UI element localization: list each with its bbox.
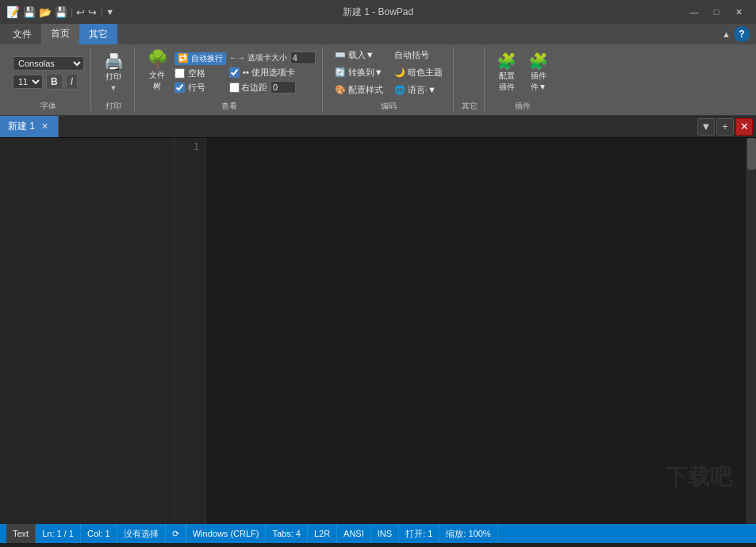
toolbar-dropdown-icon[interactable]: ▼ xyxy=(106,7,114,17)
plugin-icon: 🧩 xyxy=(528,53,548,69)
toolbar-redo-icon[interactable]: ↪ xyxy=(88,6,97,18)
font-controls: Consolas Arial Courier New 8910 111214 B… xyxy=(13,48,84,98)
ribbon-group-font: Consolas Arial Courier New 8910 111214 B… xyxy=(6,48,91,112)
rightmargin-checkbox-label[interactable]: 右边距 xyxy=(229,82,267,94)
tabs-area: 新建 1 ✕ ▼ + ✕ xyxy=(0,116,756,138)
toolbar-separator: | xyxy=(71,6,73,17)
menu-other[interactable]: 其它 xyxy=(79,24,117,44)
italic-button[interactable]: I xyxy=(66,74,78,90)
language-icon: 🌐 xyxy=(394,85,405,95)
tabs-spacer xyxy=(59,116,694,137)
filetree-button[interactable]: 🌳 文件树 xyxy=(143,48,171,98)
tab-new1[interactable]: 新建 1 ✕ xyxy=(0,116,59,137)
tab-dropdown-button[interactable]: ▼ xyxy=(697,118,715,136)
print-dropdown-icon[interactable]: ▼ xyxy=(110,84,117,92)
tab-close-button[interactable]: ✕ xyxy=(40,121,50,132)
window-title: 新建 1 - BowPad xyxy=(343,6,413,19)
maximize-button[interactable]: □ xyxy=(705,4,727,20)
view-tabsize-col: ←→ 选项卡大小 •• 使用选项卡 右边距 xyxy=(229,52,316,94)
convert-button[interactable]: 🔄 转换到▼ xyxy=(331,65,387,80)
style-button[interactable]: 🎨 配置样式 xyxy=(331,82,387,98)
line-number-1: 1 xyxy=(181,141,199,152)
editor-container: 1 下载吧 xyxy=(175,138,756,524)
ribbon-group-coding: ⌨️ 载入▼ 🔄 转换到▼ 🎨 配置样式 自动括号 🌙 暗色主 xyxy=(324,48,454,112)
coding-group-label: 编码 xyxy=(381,98,397,112)
lineno-checkbox[interactable] xyxy=(175,82,185,93)
toolbar-undo-icon[interactable]: ↩ xyxy=(76,6,85,18)
auto-bracket-button[interactable]: 自动括号 xyxy=(390,48,447,63)
tab-new-button[interactable]: + xyxy=(716,118,734,136)
toolbar-open-icon[interactable]: 📂 xyxy=(39,6,52,18)
close-button[interactable]: ✕ xyxy=(727,4,750,20)
editor-textarea[interactable] xyxy=(206,138,746,524)
app-icon: 📝 xyxy=(6,6,20,18)
other-group-label: 其它 xyxy=(462,98,478,112)
lineno-checkbox-label[interactable]: 行号 xyxy=(175,82,226,94)
plugins-group-label: 插件 xyxy=(515,98,531,112)
font-group-label: 字体 xyxy=(40,98,56,112)
toolbar-separator2: | xyxy=(100,6,102,17)
bold-button[interactable]: B xyxy=(46,74,63,90)
filetree-icon: 🌳 xyxy=(147,51,168,68)
print-icon: 🖨️ xyxy=(104,54,124,70)
scrollbar-thumb[interactable] xyxy=(747,138,756,170)
window-controls: — □ ✕ xyxy=(683,4,750,20)
print-controls: 🖨️ 打印 ▼ xyxy=(99,48,128,98)
plugin-button[interactable]: 🧩 插件件▼ xyxy=(524,52,553,94)
tabsize-input[interactable] xyxy=(290,52,316,64)
print-group-label: 打印 xyxy=(106,98,121,112)
status-text: Text xyxy=(6,524,36,543)
status-sync-icon: ⟳ xyxy=(166,524,186,543)
tab-label: 新建 1 xyxy=(8,120,35,133)
rightmargin-checkbox[interactable] xyxy=(229,82,240,93)
vertical-scrollbar[interactable] xyxy=(746,138,756,524)
tabsize-row: ←→ 选项卡大小 xyxy=(229,52,316,64)
title-bar: 📝 💾 📂 💾 | ↩ ↪ | ▼ 新建 1 - BowPad — □ ✕ xyxy=(0,0,756,24)
status-openfiles: 打开: 1 xyxy=(399,524,439,543)
toolbar-save2-icon[interactable]: 💾 xyxy=(55,6,67,18)
tab-close-all-button[interactable]: ✕ xyxy=(735,118,753,136)
plugin-controls: 🧩 配置插件 🧩 插件件▼ xyxy=(493,48,553,98)
menu-file[interactable]: 文件 xyxy=(3,24,41,44)
ribbon-group-print: 🖨️ 打印 ▼ 打印 xyxy=(93,48,135,112)
ribbon-collapse-icon[interactable]: ▲ xyxy=(722,29,731,39)
coding-controls: ⌨️ 载入▼ 🔄 转换到▼ 🎨 配置样式 自动括号 🌙 暗色主 xyxy=(331,48,447,98)
language-button[interactable]: 🌐 语言·▼ xyxy=(390,82,447,98)
config-plugin-button[interactable]: 🧩 配置插件 xyxy=(493,52,521,94)
status-encoding: Windows (CRLF) xyxy=(186,524,267,543)
ribbon-group-other: 其它 xyxy=(455,48,485,112)
editor-wrapper: 1 下载吧 xyxy=(0,138,756,524)
auto-wrap-btn[interactable]: 🔁 自动换行 xyxy=(175,52,226,65)
status-zoom: 缩放: 100% xyxy=(439,524,497,543)
status-selection: 没有选择 xyxy=(117,524,166,543)
help-button[interactable]: ? xyxy=(734,26,750,42)
tabs-right-buttons: ▼ + ✕ xyxy=(694,116,756,137)
space-checkbox[interactable] xyxy=(175,68,185,78)
rightmargin-input[interactable] xyxy=(271,81,296,94)
input-button[interactable]: ⌨️ 载入▼ xyxy=(331,48,387,63)
left-panel xyxy=(0,138,175,524)
usetab-checkbox-label[interactable]: •• 使用选项卡 xyxy=(229,67,316,78)
ribbon-group-view: 🌳 文件树 🔁 自动换行 空格 行号 xyxy=(136,48,323,112)
status-bar: Text Ln: 1 / 1 Col: 1 没有选择 ⟳ Windows (CR… xyxy=(0,524,756,543)
toolbar-save-icon[interactable]: 💾 xyxy=(23,6,36,18)
view-checkboxes-col1: 🔁 自动换行 空格 行号 xyxy=(175,52,226,94)
status-charset: ANSI xyxy=(337,524,371,543)
line-numbers: 1 xyxy=(175,138,206,524)
usetab-checkbox[interactable] xyxy=(229,67,240,78)
minimize-button[interactable]: — xyxy=(683,4,705,20)
dark-theme-icon: 🌙 xyxy=(394,67,405,78)
font-size-select[interactable]: 8910 111214 xyxy=(13,75,43,89)
menu-bar: 文件 首页 其它 ▲ ? xyxy=(0,24,756,44)
style-icon: 🎨 xyxy=(335,85,346,95)
status-mode: INS xyxy=(371,524,399,543)
status-col: Col: 1 xyxy=(81,524,117,543)
font-family-select[interactable]: Consolas Arial Courier New xyxy=(13,56,84,71)
dark-theme-button[interactable]: 🌙 暗色主题 xyxy=(390,65,447,80)
space-checkbox-label[interactable]: 空格 xyxy=(175,67,226,79)
menu-home[interactable]: 首页 xyxy=(41,24,79,44)
title-bar-icons: 📝 💾 📂 💾 | ↩ ↪ | ▼ xyxy=(6,6,114,18)
ribbon: Consolas Arial Courier New 8910 111214 B… xyxy=(0,44,756,116)
auto-wrap-icon: 🔁 xyxy=(178,53,189,63)
print-button[interactable]: 🖨️ 打印 ▼ xyxy=(99,52,128,94)
